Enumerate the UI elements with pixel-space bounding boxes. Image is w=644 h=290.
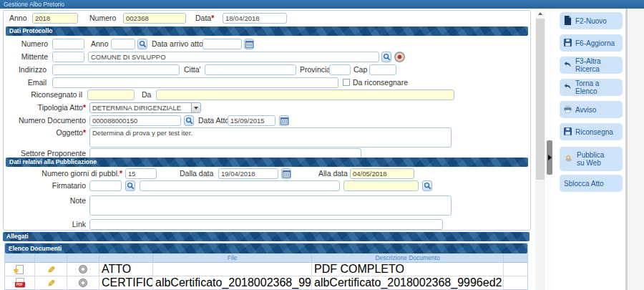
firmatario-label: Firmatario	[9, 180, 86, 191]
provincia-label: Provincia	[300, 64, 331, 75]
attachment-descrizione: albCertificato_2018002368_9996ed21809a28…	[312, 276, 504, 289]
cap-label: Cap	[353, 64, 367, 75]
firmatario-name-input[interactable]	[140, 180, 340, 191]
add-attachment-button[interactable]: ★	[5, 263, 35, 276]
search-icon	[185, 117, 193, 125]
attachment-file: albCertificato_2018002368_9996ed21809a28…	[153, 276, 312, 289]
avviso-button[interactable]: Avviso	[560, 101, 623, 118]
note-label: Note	[9, 195, 86, 206]
sblocca-atto-button[interactable]: Sblocca Atto	[560, 175, 623, 192]
numero-documento-label: Numero Documento	[9, 115, 86, 126]
giorni-pubbl-input[interactable]	[125, 168, 157, 179]
indirizzo-input[interactable]	[52, 64, 180, 75]
data-arrivo-input[interactable]	[203, 39, 242, 49]
public-entity-emblem-icon[interactable]	[394, 52, 405, 62]
mittente-search-button[interactable]	[381, 52, 391, 62]
collapse-right-icon	[548, 155, 552, 160]
protocollo-anno-label: Anno	[91, 39, 109, 49]
protocollo-search-button[interactable]	[137, 39, 147, 49]
scroll-up-button[interactable]	[535, 9, 545, 18]
document-icon	[564, 16, 572, 26]
link-input[interactable]	[89, 219, 443, 230]
attachment-disc-button[interactable]	[67, 263, 99, 276]
data-atto-input[interactable]	[228, 115, 275, 126]
numero-documento-search-button[interactable]	[184, 115, 194, 126]
mittente-code-input[interactable]	[52, 52, 84, 62]
oggetto-row: Oggetto* Determina di prova y per test i…	[4, 127, 530, 149]
file-column-header: File	[153, 253, 312, 262]
data-label: Data*	[195, 13, 214, 24]
disc-icon	[79, 265, 87, 274]
edit-attachment-button[interactable]: ✎	[35, 263, 67, 276]
undo-arrow-icon	[564, 61, 572, 69]
firmatario-descrizione-search-button[interactable]	[422, 180, 432, 191]
alla-data-input[interactable]	[350, 168, 414, 179]
citta-input[interactable]	[205, 64, 296, 75]
numero-documento-input[interactable]	[89, 115, 181, 126]
protocollo-numero-input[interactable]	[52, 39, 84, 49]
open-pdf-button[interactable]: PDF	[5, 276, 35, 289]
data-atto-label: Data Atto	[198, 115, 229, 126]
firmatario-code-input[interactable]	[89, 180, 122, 191]
email-input[interactable]	[52, 77, 338, 88]
provincia-input[interactable]	[329, 64, 351, 75]
data-arrivo-calendar-button[interactable]	[244, 39, 254, 49]
mittente-row: Mittente	[4, 52, 530, 63]
mittente-name-input[interactable]	[88, 52, 379, 62]
riconsegnato-row: Riconsegnato il Da	[4, 90, 530, 101]
riconsegnato-da-label: Da	[142, 90, 151, 100]
scrollbar-thumb[interactable]	[536, 19, 545, 180]
right-margin	[628, 9, 644, 290]
f6-aggiorna-button[interactable]: F6-Aggiorna	[560, 34, 623, 52]
da-riconsegnare-checkbox[interactable]	[343, 79, 350, 86]
note-textarea[interactable]	[89, 195, 452, 216]
torna-a-elenco-button[interactable]: Torna a Elenco	[560, 79, 623, 96]
protocollo-anno-input[interactable]	[111, 39, 135, 49]
oggetto-textarea[interactable]: Determina di prova y per test iter.	[89, 127, 452, 148]
attachment-file	[153, 263, 312, 276]
dalla-data-input[interactable]	[218, 168, 278, 179]
riconsegnato-il-input[interactable]	[87, 90, 135, 100]
data-input[interactable]	[223, 13, 287, 24]
dalla-data-calendar-button[interactable]	[281, 168, 291, 179]
link-row: Link	[4, 219, 530, 231]
edit-attachment-button[interactable]: ✎	[35, 276, 67, 289]
search-icon	[139, 40, 147, 48]
firmatario-descrizione-input[interactable]	[343, 180, 419, 191]
attachment-disc-button[interactable]	[67, 276, 99, 289]
email-label: Email	[9, 77, 47, 88]
f3-altra-ricerca-button[interactable]: F3-Altra Ricerca	[560, 57, 623, 74]
anno-label: Anno	[9, 13, 27, 24]
disc-icon	[79, 279, 87, 287]
vertical-scrollbar[interactable]	[535, 9, 545, 290]
add-attachment-icon: ★	[16, 265, 24, 274]
riconsegna-button[interactable]: Riconsegna	[560, 123, 623, 140]
pubblica-su-web-button[interactable]: Pubblica su Web	[560, 147, 623, 171]
f2-nuovo-button[interactable]: F2-Nuovo	[560, 12, 623, 29]
search-icon	[383, 53, 391, 61]
search-icon	[127, 182, 135, 190]
firmatario-row: Firmatario	[4, 180, 530, 192]
search-icon	[424, 182, 431, 190]
attachment-descrizione: PDF COMPLETO	[312, 263, 504, 276]
save-icon	[564, 127, 572, 137]
anno-input[interactable]	[32, 13, 78, 24]
tipologia-atto-select[interactable]: DETERMINA DIRIGENZIALE	[89, 102, 201, 113]
firmatario-search-button[interactable]	[125, 180, 135, 191]
table-row: ★ ✎ ATTO PDF COMPLETO	[5, 263, 527, 276]
tipologia-atto-label: Tipologia Atto*	[9, 102, 86, 113]
section-allegati: Allegati	[3, 232, 530, 241]
form-panel: Anno Numero Data* Dati Protocollo Numero…	[3, 10, 531, 231]
cap-input[interactable]	[369, 64, 396, 75]
splitter-handle[interactable]	[547, 140, 552, 175]
numero-documento-row: Numero Documento Data Atto	[4, 115, 530, 127]
publish-hand-icon	[564, 155, 573, 164]
data-atto-calendar-button[interactable]	[279, 115, 289, 126]
calendar-icon	[283, 170, 291, 178]
calendar-icon	[280, 117, 288, 125]
protocollo-numero-label: Numero	[9, 39, 48, 49]
numero-input[interactable]	[123, 13, 186, 24]
documents-table-header: File Descrizione Documento	[5, 253, 527, 263]
riconsegnato-da-input[interactable]	[156, 90, 454, 100]
giorni-pubblicazione-row: Numero giorni di pubbl.* Dalla data Alla…	[4, 168, 530, 180]
